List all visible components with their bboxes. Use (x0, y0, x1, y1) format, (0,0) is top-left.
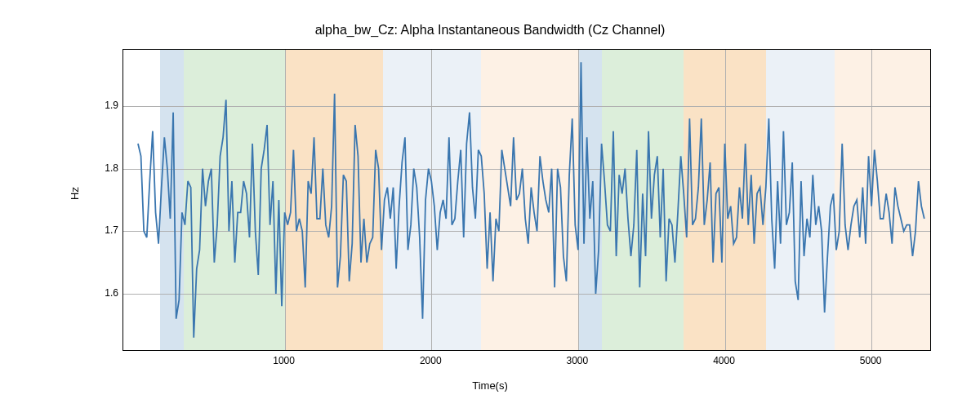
x-tick-label: 2000 (420, 355, 442, 366)
y-tick-label: 1.8 (105, 162, 118, 174)
y-tick-label: 1.6 (105, 287, 118, 299)
y-tick-label: 1.9 (105, 100, 118, 111)
plot-area (122, 49, 931, 351)
x-tick-label: 1000 (273, 355, 295, 366)
x-tick-label: 3000 (567, 355, 589, 366)
y-tick-label: 1.7 (105, 224, 118, 236)
x-tick-label: 4000 (713, 355, 735, 366)
x-axis-label: Time(s) (0, 379, 980, 392)
y-axis-label: Hz (69, 187, 81, 200)
chart-title: alpha_bw_Cz: Alpha Instantaneous Bandwid… (0, 23, 980, 38)
x-tick-label: 5000 (860, 355, 882, 366)
data-line (123, 50, 930, 350)
